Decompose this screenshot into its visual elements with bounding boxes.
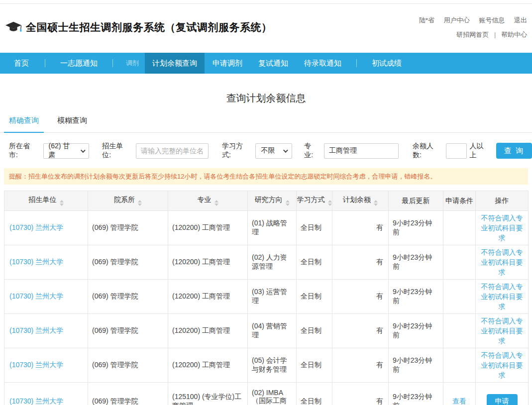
top-divider — [0, 0, 532, 4]
nav-item-apply-tiaoji[interactable]: 申请调剂 — [205, 53, 250, 74]
condition-cell — [443, 245, 476, 280]
province-selected-value: (62) 甘肃 — [49, 142, 76, 160]
major-label: 专业: — [304, 142, 320, 160]
table-row: (10730) 兰州大学 (069) 管理学院 (120200) 工商管理 (0… — [4, 280, 529, 314]
user-center-link[interactable]: 用户中心 — [444, 16, 470, 24]
major-cell: (120200) 工商管理 — [168, 348, 248, 383]
view-condition-link[interactable]: 查看 — [452, 397, 466, 405]
nav-item-tiaoji[interactable]: 调剂 — [120, 53, 145, 74]
condition-cell — [443, 314, 476, 348]
table-header-row: 招生单位 院系所 专业 研究方向 学习方式 计划余额 最后更新 申请条件 操作 — [4, 191, 529, 211]
unit-link[interactable]: (10730) 兰州大学 — [9, 397, 63, 405]
quota-cell: 有 — [332, 211, 389, 245]
page-title: 全国硕士生招生调剂服务系统（复试调剂服务系统） — [26, 20, 272, 34]
quota-cell: 有 — [332, 280, 389, 314]
nav-item-plan-balance-query[interactable]: 计划余额查询 — [145, 53, 205, 74]
department-cell: (069) 管理学院 — [88, 314, 168, 348]
quota-cell: 有 — [332, 245, 389, 280]
col-header-department[interactable]: 院系所 — [88, 191, 168, 211]
nav-item-first-choice-notice[interactable]: 一志愿通知 — [52, 53, 106, 74]
major-input[interactable] — [324, 143, 399, 159]
table-row: (10730) 兰州大学 (069) 管理学院 (120200) 工商管理 (0… — [4, 314, 529, 348]
table-row: (10730) 兰州大学 (069) 管理学院 (120200) 工商管理 (0… — [4, 211, 529, 245]
unit-link[interactable]: (10730) 兰州大学 — [9, 326, 63, 334]
study-mode-label: 学习方式: — [222, 142, 252, 160]
table-row: (10730) 兰州大学 (069) 管理学院 (120200) 工商管理 (0… — [4, 348, 529, 383]
department-cell: (069) 管理学院 — [88, 211, 168, 245]
province-select[interactable]: (62) 甘肃 — [43, 143, 90, 159]
nav-item-retest-notice[interactable]: 复试通知 — [250, 53, 296, 74]
col-header-unit[interactable]: 招生单位 — [4, 191, 88, 211]
study-mode-select[interactable]: 不限 — [255, 143, 292, 159]
mode-cell: 全日制 — [297, 280, 332, 314]
reminder-banner: 提醒：招生单位发布的调剂计划余额每次更新后将至少持续12小时，请各位考生结合各招… — [4, 168, 528, 185]
col-header-direction[interactable]: 研究方向 — [248, 191, 297, 211]
quota-suffix-label: 人以上 — [470, 142, 491, 160]
col-header-action: 操作 — [476, 191, 529, 211]
search-button[interactable]: 查 询 — [496, 143, 532, 159]
direction-cell: (02) 人力资源管理 — [248, 245, 297, 280]
department-cell: (069) 管理学院 — [88, 383, 168, 405]
sort-icon — [374, 200, 378, 206]
action-cell: 不符合调入专业初试科目要求 — [476, 314, 529, 348]
department-cell: (069) 管理学院 — [88, 348, 168, 383]
nav-separator — [45, 59, 45, 67]
updated-cell: 9小时23分钟前 — [389, 211, 443, 245]
major-cell: (120200) 工商管理 — [168, 280, 248, 314]
col-header-major[interactable]: 专业 — [168, 191, 248, 211]
nav-item-admission-notice[interactable]: 待录取通知 — [296, 53, 349, 74]
updated-cell: 9小时23分钟前 — [389, 245, 443, 280]
apply-button[interactable]: 申请 — [487, 394, 518, 405]
logout-link[interactable]: 退出 — [514, 16, 527, 24]
direction-cell: (02) IMBA（国际工商管理硕士） — [248, 383, 297, 405]
province-label: 所在省市: — [9, 142, 39, 160]
unit-link[interactable]: (10730) 兰州大学 — [9, 292, 63, 300]
tab-exact-query[interactable]: 精确查询 — [4, 116, 44, 133]
link-separator: | — [494, 31, 496, 38]
table-row: (10730) 兰州大学 (069) 管理学院 (125100) (专业学位)工… — [4, 383, 529, 405]
quota-cell: 有 — [332, 314, 389, 348]
user-links: 陆*省 用户中心 账号信息 退出 — [419, 16, 527, 25]
col-header-quota[interactable]: 计划余额 — [332, 191, 389, 211]
help-center-link[interactable]: 帮助中心 — [501, 31, 527, 38]
quota-cell: 有 — [332, 348, 389, 383]
condition-cell — [443, 211, 476, 245]
direction-cell: (05) 会计学与财务管理 — [248, 348, 297, 383]
unit-input[interactable] — [136, 143, 209, 159]
unit-link[interactable]: (10730) 兰州大学 — [9, 223, 63, 231]
ineligible-note: 不符合调入专业初试科目要求 — [480, 316, 524, 346]
direction-cell: (04) 营销管理 — [248, 314, 297, 348]
condition-cell — [443, 348, 476, 383]
department-cell: (069) 管理学院 — [88, 280, 168, 314]
nav-separator — [112, 59, 113, 67]
department-cell: (069) 管理学院 — [88, 245, 168, 280]
ineligible-note: 不符合调入专业初试科目要求 — [480, 350, 524, 380]
unit-label: 招生单位: — [102, 142, 132, 160]
col-header-mode[interactable]: 学习方式 — [297, 191, 332, 211]
tab-fuzzy-query[interactable]: 模糊查询 — [52, 116, 92, 132]
updated-cell: 9小时23分钟前 — [389, 383, 443, 405]
direction-cell: (01) 战略管理 — [248, 211, 297, 245]
action-cell: 不符合调入专业初试科目要求 — [476, 348, 529, 383]
action-cell: 不符合调入专业初试科目要求 — [476, 245, 529, 280]
chevron-down-icon — [80, 148, 85, 153]
sort-icon — [214, 200, 218, 206]
nav-item-initial-score[interactable]: 初试成绩 — [364, 53, 410, 74]
mode-cell: 全日制 — [297, 348, 332, 383]
user-name: 陆*省 — [419, 16, 434, 24]
col-header-condition: 申请条件 — [443, 191, 476, 211]
site-header: 全国硕士生招生调剂服务系统（复试调剂服务系统） 陆*省 用户中心 账号信息 退出… — [0, 4, 532, 53]
ineligible-note: 不符合调入专业初试科目要求 — [480, 247, 524, 277]
mode-cell: 全日制 — [297, 314, 332, 348]
updated-cell: 9小时23分钟前 — [389, 348, 443, 383]
unit-link[interactable]: (10730) 兰州大学 — [9, 361, 63, 369]
ineligible-note: 不符合调入专业初试科目要求 — [480, 213, 524, 243]
nav-item-home[interactable]: 首页 — [5, 53, 38, 74]
ineligible-note: 不符合调入专业初试科目要求 — [480, 282, 524, 311]
account-info-link[interactable]: 账号信息 — [479, 16, 505, 24]
unit-link[interactable]: (10730) 兰州大学 — [9, 258, 63, 266]
col-header-updated: 最后更新 — [389, 191, 443, 211]
major-cell: (120200) 工商管理 — [168, 211, 248, 245]
quota-input[interactable] — [446, 143, 467, 159]
yz-home-link[interactable]: 研招网首页 — [456, 31, 489, 38]
